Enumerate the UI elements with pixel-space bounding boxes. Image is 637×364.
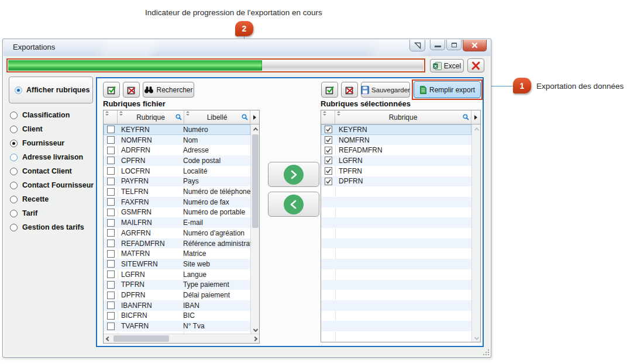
table-row-empty	[321, 280, 471, 290]
check-icon	[325, 178, 332, 185]
excel-button[interactable]: X Excel	[430, 59, 464, 72]
close-button[interactable]	[463, 40, 487, 51]
search-column-icon[interactable]	[463, 114, 469, 120]
table-row[interactable]: LGFRNLangue	[104, 269, 250, 280]
checkbox-checked[interactable]	[325, 157, 332, 164]
left-header-rubrique[interactable]: Rubrique	[118, 110, 184, 124]
table-row[interactable]: TVAFRNN° Tva	[104, 321, 250, 331]
table-row[interactable]: CPFRNCode postal	[104, 155, 250, 166]
remplir-export-label: Remplir export	[429, 86, 475, 94]
excel-icon: X	[433, 62, 442, 70]
left-header-select-column[interactable]	[104, 110, 118, 124]
table-row[interactable]: DPFRNDélai paiement	[104, 290, 250, 300]
minimize-button[interactable]	[430, 40, 445, 50]
resize-grip-icon[interactable]	[482, 348, 489, 355]
sidebar-option-tarif[interactable]: Tarif	[10, 207, 37, 219]
checkbox-unchecked[interactable]	[107, 219, 115, 227]
search-column-icon[interactable]	[242, 114, 248, 120]
cancel-button[interactable]	[467, 58, 484, 72]
checkbox-checked-icon	[325, 85, 335, 95]
left-table-vscrollbar[interactable]	[250, 124, 259, 334]
sidebar-option-adresse-livraison[interactable]: Adresse livraison	[10, 151, 83, 163]
right-header-rubrique[interactable]: Rubrique	[335, 110, 471, 124]
maximize-button[interactable]	[446, 40, 462, 50]
checkbox-unchecked[interactable]	[107, 250, 115, 258]
table-row[interactable]: ADRFRNAdresse	[104, 145, 250, 155]
checkbox-checked[interactable]	[325, 167, 332, 175]
table-row[interactable]: LOCFRNLocalité	[104, 166, 250, 176]
table-row[interactable]: DPFRN	[321, 176, 471, 187]
left-table-hscrollbar[interactable]	[104, 334, 259, 343]
show-rubriques-button[interactable]: Afficher rubriques	[9, 77, 93, 103]
checkbox-unchecked[interactable]	[107, 260, 115, 268]
table-row[interactable]: TPFRNType paiement	[104, 280, 250, 290]
svg-text:X: X	[434, 63, 438, 68]
checkbox-unchecked[interactable]	[107, 157, 115, 164]
sidebar-option-fournisseur[interactable]: Fournisseur	[10, 137, 64, 149]
save-button[interactable]: Sauvegarder	[361, 82, 410, 98]
table-row[interactable]: NOMFRN	[321, 135, 471, 145]
table-row[interactable]: MAILFRNE-mail	[104, 217, 250, 228]
sidebar-option-recette[interactable]: Recette	[10, 193, 49, 205]
table-row[interactable]: TPFRN	[321, 166, 471, 176]
sidebar-option-classification[interactable]: Classification	[10, 109, 70, 121]
checkbox-checked-icon	[106, 85, 117, 95]
remove-from-export-button[interactable]	[268, 192, 319, 217]
checkbox-unchecked[interactable]	[107, 271, 115, 278]
check-icon	[325, 126, 332, 133]
add-to-export-button[interactable]	[268, 162, 319, 187]
checkbox-unchecked[interactable]	[107, 126, 115, 133]
search-column-icon[interactable]	[175, 114, 182, 120]
checkbox-unchecked[interactable]	[107, 312, 115, 320]
check-all-left-button[interactable]	[103, 82, 120, 98]
checkbox-unchecked[interactable]	[107, 167, 115, 175]
table-row[interactable]: KEYFRNNuméro	[104, 124, 250, 135]
checkbox-unchecked[interactable]	[107, 209, 115, 216]
search-button[interactable]: Rechercher	[143, 82, 194, 98]
left-header-more[interactable]	[250, 110, 259, 124]
table-row[interactable]: BICFRNBIC	[104, 311, 250, 321]
checkbox-unchecked[interactable]	[107, 178, 115, 185]
table-row[interactable]: FAXFRNNuméro de fax	[104, 197, 250, 207]
checkbox-unchecked[interactable]	[107, 323, 115, 330]
checkbox-unchecked[interactable]	[107, 240, 115, 247]
checkbox-unchecked[interactable]	[107, 292, 115, 299]
check-all-right-button[interactable]	[321, 82, 338, 98]
cell-libelle: Code postal	[183, 157, 250, 165]
sidebar-option-contact-client[interactable]: Contact Client	[10, 165, 72, 177]
checkbox-checked[interactable]	[325, 178, 332, 185]
checkbox-unchecked[interactable]	[107, 188, 115, 196]
uncheck-all-right-button[interactable]	[341, 82, 358, 98]
table-row[interactable]: REFADMFRN	[321, 145, 471, 155]
right-header-more[interactable]	[471, 110, 480, 124]
checkbox-unchecked[interactable]	[107, 198, 115, 206]
uncheck-all-left-button[interactable]	[123, 82, 140, 98]
left-header-libelle[interactable]: Libellé	[184, 110, 250, 124]
checkbox-unchecked[interactable]	[107, 229, 115, 237]
checkbox-checked[interactable]	[325, 147, 332, 154]
checkbox-unchecked[interactable]	[107, 281, 115, 289]
table-row[interactable]: REFADMFRNRéférence administrat	[104, 238, 250, 249]
table-row[interactable]: NOMFRNNom	[104, 135, 250, 145]
table-row[interactable]: MATFRNMatrice	[104, 248, 250, 259]
table-row[interactable]: GSMFRNNuméro de portable	[104, 207, 250, 218]
table-row[interactable]: SITEWFRNSite web	[104, 259, 250, 269]
sidebar-option-gestion-des-tarifs[interactable]: Gestion des tarifs	[10, 221, 84, 233]
table-row[interactable]: KEYFRN	[321, 124, 471, 135]
sidebar-option-contact-fournisseur[interactable]: Contact Fournisseur	[10, 179, 94, 191]
table-row[interactable]: PAYFRNPays	[104, 176, 250, 187]
checkbox-unchecked[interactable]	[107, 147, 115, 154]
table-row[interactable]: AGRFRNNuméro d'agréation	[104, 228, 250, 238]
table-row[interactable]: IBANFRNIBAN	[104, 300, 250, 311]
right-header-select-column[interactable]	[321, 110, 335, 124]
remplir-export-button[interactable]: Remplir export	[414, 81, 481, 98]
table-row[interactable]: LGFRN	[321, 155, 471, 166]
checkbox-checked[interactable]	[325, 126, 332, 133]
sidebar-option-client[interactable]: Client	[10, 123, 43, 135]
resize-button[interactable]	[409, 40, 425, 51]
right-table-vscrollbar[interactable]	[471, 124, 480, 342]
checkbox-unchecked[interactable]	[107, 301, 115, 309]
checkbox-checked[interactable]	[325, 136, 332, 144]
table-row[interactable]: TELFRNNuméro de téléphone	[104, 186, 250, 197]
checkbox-unchecked[interactable]	[107, 136, 115, 144]
